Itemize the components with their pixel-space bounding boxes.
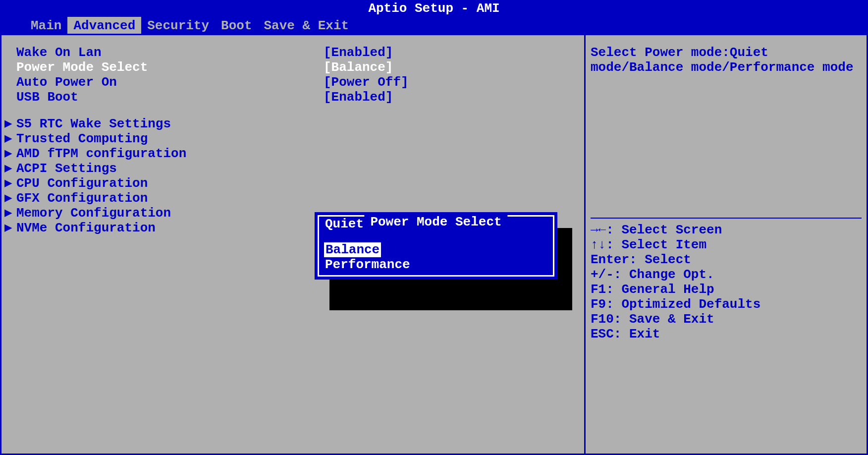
key-hint-general-help: F1: General Help xyxy=(591,282,862,297)
setting-power-mode-select[interactable]: Power Mode Select [Balance] xyxy=(16,60,569,75)
spacer xyxy=(16,105,569,116)
submenu-label: GFX Configuration xyxy=(16,191,148,206)
setting-auto-power-on[interactable]: Auto Power On [Power Off] xyxy=(16,75,569,90)
key-hint-optimized-defaults: F9: Optimized Defaults xyxy=(591,297,862,312)
setting-value: [Power Off] xyxy=(324,75,569,90)
setting-value: [Enabled] xyxy=(324,45,569,60)
submenu-arrow-icon: ▶ xyxy=(4,206,16,221)
setting-wake-on-lan[interactable]: Wake On Lan [Enabled] xyxy=(16,45,569,60)
submenu-arrow-icon: ▶ xyxy=(4,176,16,191)
setting-label: USB Boot xyxy=(16,90,324,105)
popup-inner: Power Mode Select Quiet Balance Performa… xyxy=(318,215,554,277)
setting-value: [Balance] xyxy=(324,60,569,75)
submenu-arrow-icon: ▶ xyxy=(4,116,16,131)
setting-label: Wake On Lan xyxy=(16,45,324,60)
submenu-arrow-icon: ▶ xyxy=(4,221,16,235)
setting-value: [Enabled] xyxy=(324,90,569,105)
setting-label: Auto Power On xyxy=(16,75,324,90)
tab-advanced[interactable]: Advanced xyxy=(67,17,141,34)
submenu-acpi-settings[interactable]: ▶ ACPI Settings xyxy=(4,161,569,176)
tab-main[interactable]: Main xyxy=(25,17,67,34)
submenu-label: S5 RTC Wake Settings xyxy=(16,116,171,131)
submenu-amd-ftpm[interactable]: ▶ AMD fTPM configuration xyxy=(4,146,569,161)
popup-option-performance[interactable]: Performance xyxy=(324,257,548,272)
submenu-arrow-icon: ▶ xyxy=(4,146,16,161)
submenu-label: Trusted Computing xyxy=(16,131,148,146)
popup-title: Power Mode Select xyxy=(364,215,507,229)
submenu-gfx-config[interactable]: ▶ GFX Configuration xyxy=(4,191,569,206)
submenu-arrow-icon: ▶ xyxy=(4,161,16,176)
key-hint-esc-exit: ESC: Exit xyxy=(591,327,862,341)
submenu-trusted-computing[interactable]: ▶ Trusted Computing xyxy=(4,131,569,146)
key-hint-change-opt: +/-: Change Opt. xyxy=(591,267,862,282)
submenu-cpu-config[interactable]: ▶ CPU Configuration xyxy=(4,176,569,191)
key-hint-save-exit: F10: Save & Exit xyxy=(591,312,862,327)
tab-security[interactable]: Security xyxy=(141,17,215,34)
setting-label: Power Mode Select xyxy=(16,60,324,75)
side-panel: Select Power mode:Quiet mode/Balance mod… xyxy=(586,34,868,455)
submenu-label: Memory Configuration xyxy=(16,206,171,221)
bios-title: Aptio Setup - AMI xyxy=(0,0,868,17)
setting-usb-boot[interactable]: USB Boot [Enabled] xyxy=(16,90,569,105)
key-hint-enter: Enter: Select xyxy=(591,252,862,267)
submenu-label: CPU Configuration xyxy=(16,176,148,191)
divider xyxy=(591,218,862,219)
key-hints: →←: Select Screen ↑↓: Select Item Enter:… xyxy=(591,223,862,341)
tab-save-exit[interactable]: Save & Exit xyxy=(258,17,355,34)
submenu-label: AMD fTPM configuration xyxy=(16,146,186,161)
help-text: Select Power mode:Quiet mode/Balance mod… xyxy=(591,45,862,214)
key-hint-select-screen: →←: Select Screen xyxy=(591,223,862,237)
key-hint-select-item: ↑↓: Select Item xyxy=(591,237,862,252)
popup-option-balance[interactable]: Balance xyxy=(324,242,381,257)
submenu-arrow-icon: ▶ xyxy=(4,131,16,146)
tab-bar: Main Advanced Security Boot Save & Exit xyxy=(0,17,868,34)
submenu-label: NVMe Configuration xyxy=(16,221,156,235)
submenu-arrow-icon: ▶ xyxy=(4,191,16,206)
tab-boot[interactable]: Boot xyxy=(215,17,258,34)
submenu-label: ACPI Settings xyxy=(16,161,117,176)
power-mode-popup: Power Mode Select Quiet Balance Performa… xyxy=(315,212,557,280)
submenu-s5-rtc-wake[interactable]: ▶ S5 RTC Wake Settings xyxy=(4,116,569,131)
